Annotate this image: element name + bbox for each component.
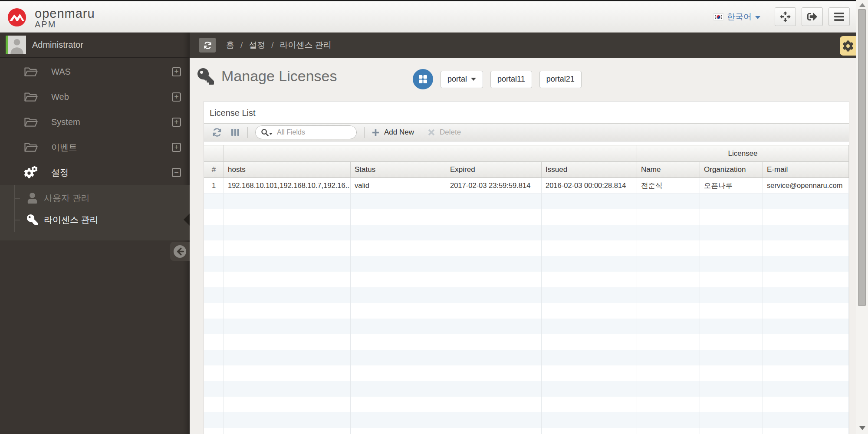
add-new-button[interactable]: Add New [372,128,414,137]
plus-square-icon[interactable]: + [172,92,181,102]
cell-organization: 오픈나루 [700,178,763,194]
plus-square-icon[interactable]: + [172,118,181,127]
user-icon [27,193,38,204]
scrollbar-thumb[interactable] [858,9,866,306]
license-table: Licensee # hosts Status Expired Issued N… [204,145,849,434]
cell-expired: 2017-02-03 23:59:59.814 [446,178,542,194]
sidebar-collapse-button[interactable] [170,242,190,261]
topbar-actions: 한국어 [713,1,850,32]
breadcrumb-separator: / [271,40,273,50]
cell-issued: 2016-02-03 00:00:28.814 [542,178,637,194]
folder-open-icon [24,116,38,128]
toolbar-separator [247,127,248,138]
app-window: openmaru APM 한국어 [0,0,868,434]
refresh-icon [212,127,222,138]
refresh-grid-button[interactable] [212,127,222,138]
toolbar-separator [364,127,365,138]
columns-icon [230,128,240,137]
cell-email: service@opennaru.com [763,178,849,194]
main-content: Manage Licenses portal portal11 portal21 [190,58,856,434]
sidebar-item-label: Web [51,92,69,102]
logout-button[interactable] [802,7,823,26]
fullscreen-button[interactable] [775,7,796,26]
hamburger-icon [834,13,844,21]
column-header-expired[interactable]: Expired [446,162,542,178]
page-header: Manage Licenses [197,68,337,85]
sidebar: Administrator WAS + Web + System + 이벤트 + [0,33,190,434]
language-selector[interactable]: 한국어 [713,11,760,23]
menu-button[interactable] [829,7,850,26]
empty-column [204,194,224,434]
sidebar-item-web[interactable]: Web + [0,84,190,109]
group-header-licensee: Licensee [637,145,849,162]
key-icon [197,68,214,85]
empty-column [224,194,351,434]
active-item-arrow-icon [184,214,190,226]
column-header-issued[interactable]: Issued [542,162,637,178]
table-empty-rows [204,194,849,434]
scrollbar-down-arrow-icon[interactable] [859,426,865,430]
search-input[interactable] [276,128,368,137]
chevron-down-icon [755,16,760,19]
plus-square-icon[interactable]: + [172,67,181,76]
delete-label: Delete [440,128,461,137]
avatar [6,36,26,54]
column-header-email[interactable]: E-mail [763,162,849,178]
sidebar-username: Administrator [32,40,83,50]
sidebar-item-system[interactable]: System + [0,109,190,135]
arrow-left-circle-icon [173,245,187,258]
column-header-rownum: # [204,162,224,178]
columns-button[interactable] [230,128,240,137]
plus-square-icon[interactable]: + [172,143,181,152]
cell-rownum: 1 [204,178,224,194]
table-group-header-row: Licensee [204,145,849,162]
breadcrumb-home[interactable]: 홈 [226,39,234,51]
language-label: 한국어 [727,11,752,23]
vertical-scrollbar[interactable] [856,0,868,434]
portal11-button[interactable]: portal11 [490,71,532,88]
sidebar-subitem-label: 사용자 관리 [44,192,90,204]
portal21-button[interactable]: portal21 [539,71,582,88]
table-header-row: # hosts Status Expired Issued Name Organ… [204,162,849,178]
page-settings-button[interactable] [840,36,856,56]
sidebar-item-was[interactable]: WAS + [0,59,190,84]
sidebar-subitem-license-management[interactable]: 라이센스 관리 [0,209,190,230]
portal-dropdown-button[interactable]: portal [441,71,483,88]
sidebar-item-events[interactable]: 이벤트 + [0,135,190,160]
breadcrumb-settings[interactable]: 설정 [249,39,265,51]
folder-open-icon [24,66,38,78]
sidebar-submenu-settings: 사용자 관리 라이센스 관리 [0,185,190,240]
empty-column [700,194,763,434]
user-avatar-icon [8,36,26,54]
column-header-organization[interactable]: Organization [700,162,763,178]
folder-open-icon [24,91,38,103]
cell-hosts: 192.168.10.101,192.168.10.7,192.16... [224,178,351,194]
column-header-name[interactable]: Name [637,162,700,178]
scrollbar-up-arrow-icon[interactable] [859,3,865,7]
grid-icon [418,75,427,84]
gears-icon [24,167,38,178]
gear-icon [842,40,854,52]
breadcrumb: 홈 / 설정 / 라이센스 관리 [226,39,332,51]
delete-button[interactable]: Delete [428,128,461,137]
korean-flag-icon [713,13,723,20]
portal-grid-button[interactable] [413,69,433,89]
caret-down-icon [269,133,273,135]
top-header-bar: openmaru APM 한국어 [0,0,868,33]
folder-open-icon [24,141,38,153]
openmaru-logo-icon [7,7,27,27]
sidebar-item-settings[interactable]: 설정 − [0,160,190,185]
brand-subtitle: APM [35,20,95,29]
column-header-hosts[interactable]: hosts [224,162,351,178]
sidebar-user-row: Administrator [0,33,190,58]
grid-toolbar: Add New Delete [204,123,849,141]
sidebar-item-label: WAS [51,67,71,77]
search-field-menu[interactable] [261,128,274,137]
column-header-status[interactable]: Status [351,162,446,178]
portal-selector-group: portal portal11 portal21 [413,69,582,89]
table-row[interactable]: 1 192.168.10.101,192.168.10.7,192.16... … [204,178,849,194]
sidebar-item-label: 이벤트 [51,141,77,153]
minus-square-icon[interactable]: − [172,168,181,177]
refresh-page-button[interactable] [199,38,216,53]
sidebar-subitem-user-management[interactable]: 사용자 관리 [0,187,190,209]
